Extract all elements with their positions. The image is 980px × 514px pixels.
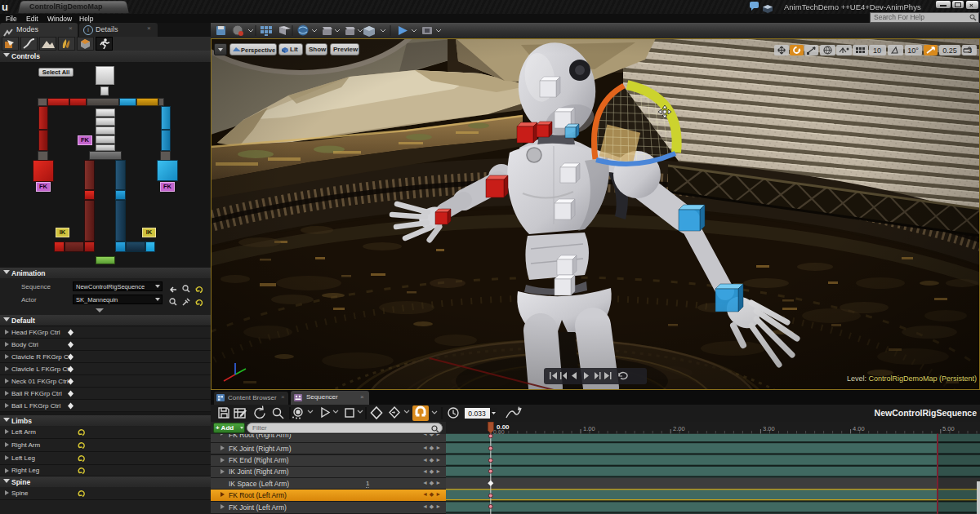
svg-text:Level: ControlRigDemoMap (Per: Level: ControlRigDemoMap (Persistent) [847,374,977,383]
svg-text:10°: 10° [907,47,919,55]
svg-text:5.00: 5.00 [942,425,955,432]
svg-text:0.033: 0.033 [468,410,486,418]
svg-text:2.00: 2.00 [673,425,685,432]
svg-text:1.00: 1.00 [583,425,595,432]
svg-text:4.00: 4.00 [853,425,865,432]
svg-text:10: 10 [873,47,881,55]
svg-text:0.00: 0.00 [493,429,505,435]
svg-text:NewControlRigSequence: NewControlRigSequence [875,408,978,418]
svg-text:3.00: 3.00 [763,425,775,432]
svg-text:0.25: 0.25 [942,47,957,55]
